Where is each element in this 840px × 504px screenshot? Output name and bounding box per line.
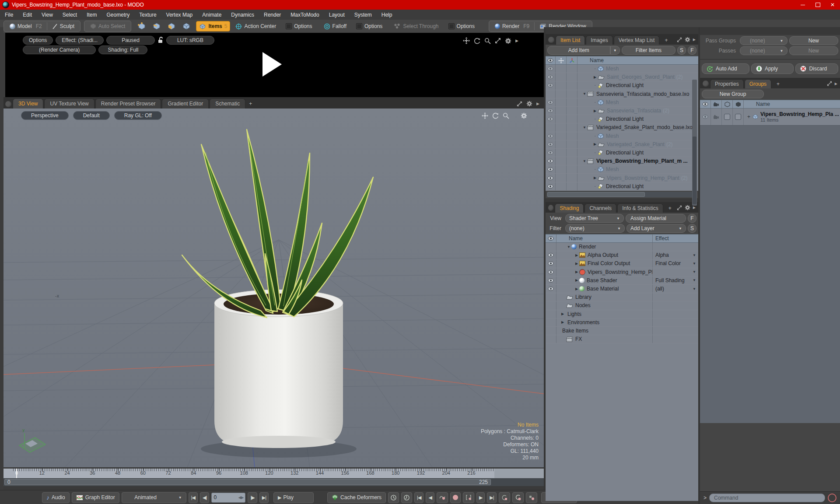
discard-button[interactable]: Discard [795,63,838,74]
menu-help[interactable]: Help [377,10,397,19]
eye-icon[interactable] [546,157,556,165]
shader-effect[interactable] [652,243,690,251]
maximize-button[interactable] [810,0,825,10]
auto-key-button[interactable] [499,492,510,503]
expand-arrow-icon[interactable]: ▶ [574,287,579,291]
eye-icon[interactable] [546,285,556,293]
axis-cell[interactable] [567,90,578,98]
shading-tab-info-statistics[interactable]: Info & Statistics [617,203,663,213]
panel-thumb-icon[interactable] [548,205,553,211]
collapse-arrow-icon[interactable]: ▼ [566,245,571,249]
model-mode-button[interactable]: ModelF2 [7,21,45,31]
item-row[interactable]: ▶Sansevieria_Trifasciata(2) [546,107,698,115]
shader-row[interactable]: ▶Base Material(all)▼ [546,285,698,293]
axis-cell[interactable] [567,149,578,157]
preview-paused-button[interactable]: Paused [106,36,155,45]
transform-cell[interactable] [556,140,567,148]
group-checkbox[interactable] [724,114,730,120]
shading-f-button[interactable]: F [688,214,696,223]
minimize-button[interactable] [795,0,810,10]
preview-camera-button[interactable]: (Render Camera) [23,46,96,54]
gear-icon[interactable] [526,101,532,107]
shader-effect[interactable]: Final Color [652,259,690,267]
transform-cell[interactable] [556,73,567,81]
shader-row[interactable]: ▶Environments [546,318,698,327]
expand-icon[interactable] [677,37,682,42]
expand-arrow-icon[interactable]: ▶ [574,262,579,266]
effect-dropdown-icon[interactable]: ▼ [690,287,698,291]
axis-cell[interactable] [567,73,578,81]
shader-row[interactable]: FX [546,335,698,343]
menu-select[interactable]: Select [58,10,82,19]
effect-dropdown-icon[interactable]: ▼ [690,270,698,274]
transform-cell[interactable] [556,149,567,157]
zoom-icon[interactable] [503,112,509,119]
expand-arrow-icon[interactable]: ▶ [592,75,598,79]
transform-cell[interactable] [556,132,567,140]
menu-system[interactable]: System [350,10,377,19]
axis-cell[interactable] [567,165,578,173]
eye-column-icon[interactable] [547,58,553,63]
add-layer-dropdown[interactable]: Add Layer▼ [626,224,686,233]
shader-effect[interactable] [652,327,690,335]
left-edge-strip[interactable] [0,27,4,490]
groups-tab-properties[interactable]: Properties [710,79,744,88]
goto-start-button[interactable]: |◀ [189,492,198,503]
item-row[interactable]: ▪Directional Light [546,182,698,191]
eye-icon[interactable] [546,259,556,267]
gear-icon[interactable] [505,38,511,44]
select-through-options[interactable]: Options [446,21,477,31]
cache-deformers-button[interactable]: Cache Deformers [327,492,386,503]
pan-icon[interactable] [463,37,470,44]
menu-view[interactable]: View [37,10,58,19]
viewport-tab-uv-texture-view[interactable]: UV Texture View [44,98,94,108]
time-marker-button[interactable] [388,492,399,503]
axis-cell[interactable] [567,140,578,148]
passes-dropdown[interactable]: (none)▼ [740,46,788,55]
shader-row[interactable]: ▶Alpha OutputAlpha▼ [546,251,698,259]
prev-key-button[interactable]: |◀ [414,492,424,503]
item-list-hscrollbar[interactable] [547,192,697,197]
timeline-ruler[interactable]: 0122436486072849610812013214415616818019… [4,469,544,478]
view-dropdown[interactable]: Shader Tree▼ [565,214,624,223]
menu-vertex-map[interactable]: Vertex Map [161,10,198,19]
collapse-arrow-icon[interactable]: ▼ [582,126,587,130]
expand-icon[interactable] [677,205,682,210]
eye-icon[interactable] [546,149,556,157]
eye-icon[interactable] [546,123,556,131]
prev-frame-button[interactable]: ◀| [200,492,209,503]
menu-animate[interactable]: Animate [197,10,226,19]
effect-dropdown-icon[interactable]: ▼ [690,262,698,266]
transform-cell[interactable] [556,157,567,165]
eye-icon[interactable] [546,335,556,343]
eye-icon[interactable] [546,276,556,284]
itemlist-tab-vertex-map-list[interactable]: Vertex Map List [614,35,660,45]
shading-tab-channels[interactable]: Channels [584,203,616,213]
eye-icon[interactable] [546,65,556,73]
panel-arrow-icon[interactable]: ▶ [693,206,696,210]
assign-material-button[interactable]: Assign Material [626,214,686,223]
eye-icon[interactable] [546,98,556,106]
auto-add-button[interactable]: Auto Add [702,63,749,74]
add-item-button[interactable]: Add Item [547,46,610,55]
expand-arrow-icon[interactable]: ▶ [592,176,598,180]
next-key-button[interactable]: ▶ [476,492,485,503]
viewport-tab-render-preset-browser[interactable]: Render Preset Browser [95,98,161,108]
eye-icon[interactable] [546,115,556,123]
transform-cell[interactable] [556,90,567,98]
options-checkbox-icon[interactable] [448,23,455,29]
menu-texture[interactable]: Texture [134,10,161,19]
transform-cell[interactable] [556,115,567,123]
transform-column-icon[interactable] [558,58,564,63]
viewport-tab-gradient-editor[interactable]: Gradient Editor [162,98,209,108]
cube-column-icon[interactable] [735,102,741,107]
item-row[interactable]: ▪Directional Light [546,81,698,90]
zoom-icon[interactable] [484,38,491,44]
key-record-button[interactable] [450,492,461,503]
item-row[interactable]: ▪Mesh [546,132,698,140]
axis-column-icon[interactable] [569,58,575,63]
macro-record-button[interactable] [828,494,836,502]
camera-icon[interactable] [713,115,719,119]
options-checkbox-icon[interactable] [286,23,292,29]
eye-column-icon[interactable] [702,102,708,106]
